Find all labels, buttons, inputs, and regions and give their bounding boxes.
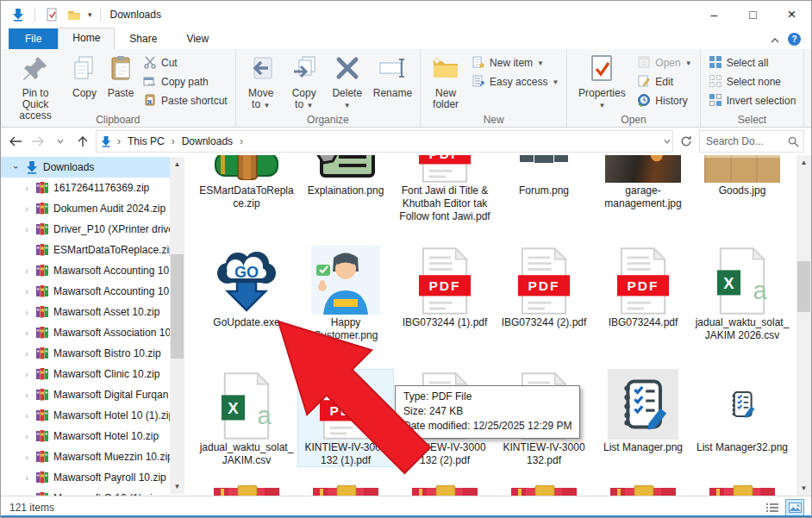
chevron-right-icon[interactable]: › bbox=[22, 472, 32, 483]
sidebar-item-dokumen-audit-2024-zip[interactable]: › Dokumen Audit 2024.zip bbox=[1, 198, 170, 219]
file-item[interactable]: PDF IBG073244.pdf bbox=[595, 244, 691, 329]
file-item[interactable]: List Manager.png bbox=[595, 369, 691, 454]
scroll-down-icon[interactable]: ▼ bbox=[170, 479, 184, 494]
breadcrumb-separator-icon[interactable]: › bbox=[166, 135, 180, 147]
sidebar-item-driver-p10-xprinter-driver[interactable]: › Driver_P10 (XPrinter driver bbox=[1, 219, 170, 240]
file-item[interactable]: Goods.jpg bbox=[694, 155, 790, 197]
sidebar-item-mawarsoft-bistro-10-zip[interactable]: › Mawarsoft Bistro 10.zip bbox=[1, 343, 170, 364]
file-item[interactable]: garage-management.jpg bbox=[595, 155, 691, 210]
sidebar-item-mawarsoft-hotel-10-zip[interactable]: › Mawarsoft Hotel 10.zip bbox=[1, 426, 170, 446]
quick-access-dropdown-icon[interactable]: ▾ bbox=[88, 10, 92, 19]
tab-home[interactable]: Home bbox=[58, 28, 115, 49]
sidebar-item-mawarsoft-payroll-10-zip[interactable]: › Mawarsoft Payroll 10.zip bbox=[1, 467, 170, 488]
file-item-partial[interactable] bbox=[694, 485, 790, 496]
chevron-right-icon[interactable]: › bbox=[22, 410, 32, 421]
folder-icon[interactable] bbox=[66, 6, 83, 23]
help-icon[interactable]: ? bbox=[788, 33, 801, 46]
chevron-right-icon[interactable]: › bbox=[22, 431, 32, 441]
chevron-right-icon[interactable]: › bbox=[22, 452, 32, 462]
search-box[interactable] bbox=[699, 130, 804, 153]
sidebar-scrollbar[interactable]: ▲ ▼ bbox=[170, 157, 184, 494]
scroll-up-icon[interactable]: ▲ bbox=[796, 155, 811, 170]
chevron-right-icon[interactable]: › bbox=[22, 203, 32, 214]
file-item[interactable]: ESMartDataToReplace.zip bbox=[198, 155, 295, 210]
recent-locations-icon[interactable] bbox=[51, 132, 70, 151]
sidebar-item-mawarsoft-q-10-1-zi[interactable]: › Mawarsoft Q 10 (1).zi bbox=[1, 488, 170, 496]
chevron-right-icon[interactable]: › bbox=[22, 307, 32, 317]
file-item[interactable]: PDF IBG073244 (1).pdf bbox=[397, 244, 493, 329]
easy-access-button[interactable]: Easy access▼ bbox=[467, 72, 563, 91]
rename-button[interactable]: Rename bbox=[369, 51, 416, 99]
file-item[interactable]: X a,jadual_waktu_solat_JAKIM 2026.csv bbox=[694, 244, 790, 342]
chevron-right-icon[interactable]: › bbox=[22, 265, 32, 276]
back-icon[interactable] bbox=[6, 132, 25, 151]
scrollbar-thumb[interactable] bbox=[797, 261, 810, 312]
copy-button[interactable]: Copy bbox=[66, 51, 103, 99]
maximize-button[interactable]: □ bbox=[734, 1, 772, 28]
copy-to-button[interactable]: Copy to ▼ bbox=[283, 51, 326, 111]
sidebar-item-mawarsoft-accounting-10[interactable]: › Mawarsoft Accounting 10 bbox=[1, 260, 170, 281]
files-scrollbar[interactable]: ▲ ▼ bbox=[796, 155, 811, 496]
sidebar-item-mawarsoft-hotel-10-1-zip[interactable]: › Mawarsoft Hotel 10 (1).zip bbox=[1, 405, 170, 426]
open-button[interactable]: Open▼ bbox=[633, 53, 696, 72]
sidebar-item-downloads[interactable]: › Downloads bbox=[1, 157, 170, 178]
tab-view[interactable]: View bbox=[172, 29, 223, 49]
delete-button[interactable]: Delete ▼ bbox=[326, 51, 369, 111]
refresh-icon[interactable] bbox=[677, 132, 696, 151]
search-input[interactable] bbox=[704, 134, 788, 148]
details-view-icon[interactable] bbox=[763, 499, 782, 516]
paste-button[interactable]: Paste bbox=[103, 51, 139, 99]
breadcrumb-separator-icon[interactable]: › bbox=[112, 135, 126, 147]
forward-icon[interactable] bbox=[28, 132, 47, 151]
tab-share[interactable]: Share bbox=[115, 29, 172, 49]
scroll-up-icon[interactable]: ▲ bbox=[170, 157, 184, 172]
sidebar-item-mawarsoft-muezzin-10-zip[interactable]: › Mawarsoft Muezzin 10.zip bbox=[1, 446, 170, 467]
properties-button[interactable]: Properties ▼ bbox=[571, 51, 633, 111]
paste-shortcut-button[interactable]: Paste shortcut bbox=[139, 91, 232, 110]
sidebar-item-16172641176369-zip[interactable]: › 16172641176369.zip bbox=[1, 178, 170, 198]
file-item[interactable]: PDF KINTIEW-IV-3000 132 (1).pdf bbox=[297, 369, 394, 467]
file-item[interactable]: List Manager32.png bbox=[694, 369, 790, 454]
collapse-ribbon-icon[interactable] bbox=[771, 31, 779, 47]
search-icon[interactable] bbox=[788, 136, 799, 147]
breadcrumb-this-pc[interactable]: This PC bbox=[126, 135, 166, 147]
chevron-down-icon[interactable]: › bbox=[11, 162, 22, 172]
file-item[interactable]: PDF IBG073244 (2).pdf bbox=[496, 244, 592, 329]
select-all-button[interactable]: Select all bbox=[704, 53, 801, 72]
chevron-right-icon[interactable]: › bbox=[22, 183, 32, 193]
up-icon[interactable] bbox=[73, 132, 92, 151]
sidebar-item-mawarsoft-clinic-10-zip[interactable]: › Mawarsoft Clinic 10.zip bbox=[1, 364, 170, 384]
breadcrumb-downloads[interactable]: Downloads bbox=[180, 135, 234, 147]
file-item[interactable]: Forum.png bbox=[496, 155, 592, 197]
file-item-partial[interactable] bbox=[496, 485, 592, 496]
sidebar-item-mawarsoft-digital-furqan[interactable]: › Mawarsoft Digital Furqan bbox=[1, 384, 170, 405]
file-item-partial[interactable] bbox=[397, 485, 493, 496]
close-button[interactable]: × bbox=[772, 1, 811, 28]
history-button[interactable]: History bbox=[633, 91, 696, 110]
scrollbar-thumb[interactable] bbox=[171, 254, 184, 359]
chevron-right-icon[interactable]: › bbox=[22, 328, 32, 338]
pin-to-quick-access-button[interactable]: Pin to Quick access bbox=[4, 51, 66, 122]
minimize-button[interactable]: – bbox=[695, 1, 734, 28]
chevron-right-icon[interactable]: › bbox=[22, 286, 32, 296]
sidebar-item-mawarsoft-association-10[interactable]: › Mawarsoft Association 10 bbox=[1, 322, 170, 343]
chevron-right-icon[interactable]: › bbox=[22, 369, 32, 379]
move-to-button[interactable]: Move to ▼ bbox=[240, 51, 283, 111]
edit-button[interactable]: Edit bbox=[633, 72, 696, 91]
chevron-right-icon[interactable]: › bbox=[22, 390, 32, 400]
copy-path-button[interactable]: Copy path bbox=[139, 72, 232, 91]
sidebar-item-mawarsoft-asset-10-zip[interactable]: › Mawarsoft Asset 10.zip bbox=[1, 302, 170, 322]
chevron-right-icon[interactable]: › bbox=[22, 224, 32, 234]
sidebar-item-esmartdatatoreplace-zip[interactable]: ESMartDataToReplace.zip bbox=[1, 240, 170, 260]
scroll-down-icon[interactable]: ▼ bbox=[796, 481, 811, 496]
file-item-partial[interactable] bbox=[198, 485, 295, 496]
breadcrumb-separator-icon[interactable]: › bbox=[234, 135, 248, 147]
chevron-right-icon[interactable]: › bbox=[22, 348, 32, 359]
select-none-button[interactable]: Select none bbox=[704, 72, 801, 91]
new-folder-button[interactable]: New folder bbox=[424, 51, 467, 110]
file-item[interactable]: PDF Font Jawi di Title & Khutbah Editor … bbox=[397, 155, 493, 223]
file-item[interactable]: GO GoUpdate.exe bbox=[198, 244, 295, 329]
properties-check-icon[interactable] bbox=[43, 6, 60, 23]
file-item-partial[interactable] bbox=[595, 485, 691, 496]
sidebar-item-mawarsoft-accounting-10[interactable]: › Mawarsoft Accounting 10 bbox=[1, 281, 170, 302]
